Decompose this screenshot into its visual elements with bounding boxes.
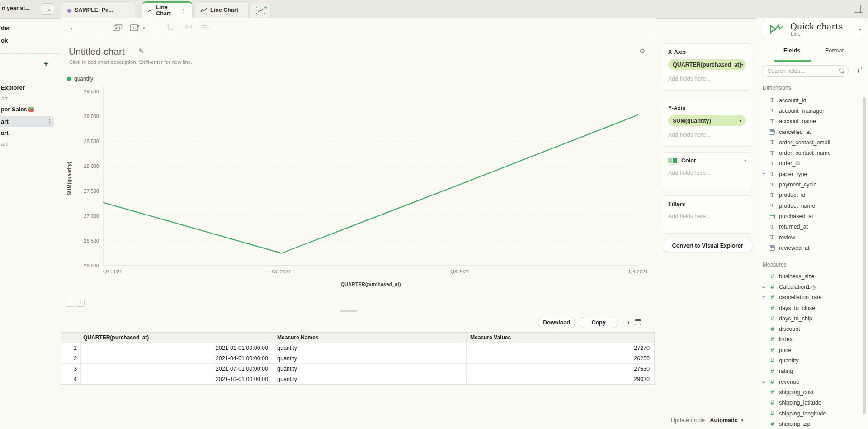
measure-field-row[interactable]: days_to_close [756,303,863,313]
measure-field-row[interactable]: index [756,334,863,345]
x-axis-card: X-Axis QUARTER(purchased_at) ▾ Add field… [662,43,752,91]
x-axis-dropzone[interactable]: Add fields here... [668,76,746,82]
measure-field-row[interactable]: Calculation1 [756,281,863,292]
sidebar-add-button[interactable]: + [43,59,48,69]
table-body: 1 2021-01-01 00:00:00 quantity 27270 2 2… [61,343,654,384]
chart-description-placeholder[interactable]: Click to add chart description. Shift-en… [69,59,192,65]
dimension-field-row[interactable]: account_manager [756,105,863,116]
sidebar-item-clipped[interactable]: art [1,140,8,147]
field-name: payment_cycle [779,181,816,188]
measure-field-row[interactable]: shipping_cost [756,387,863,397]
table-row[interactable]: 2 2021-04-01 00:00:00 quantity 26250 [61,353,654,363]
dimension-field-row[interactable]: order_id [756,158,863,169]
dimension-field-row[interactable]: paper_type [756,169,863,179]
chart-settings-gear-icon[interactable]: ⚙ [639,47,645,55]
redo-forward-icon[interactable]: → [86,23,94,32]
sidebar-item-explorer[interactable]: Explorer [1,84,25,91]
dimension-field-row[interactable]: account_name [756,116,863,127]
dimension-field-row[interactable]: cancelled_at [756,127,863,137]
sidebar-item-clipped[interactable]: ok [1,37,8,44]
sidebar-item-clipped[interactable]: art [1,129,9,136]
column-header[interactable]: Measure Values [467,333,653,343]
panel-resize-handle[interactable] [340,310,357,312]
sidebar-item-clipped[interactable]: art [1,95,8,102]
tab-dataset[interactable]: ◈ SAMPLE: Pa... [61,1,135,18]
measure-field-row[interactable]: discount [756,324,863,334]
field-type-icon [769,273,775,280]
y-axis-field-pill[interactable]: SUM(quantity) ▾ [668,115,746,126]
measure-field-row[interactable]: shipping_zip [756,419,863,429]
dimension-field-row[interactable]: account_id [756,95,863,105]
table-row[interactable]: 1 2021-01-01 00:00:00 quantity 27270 [61,343,654,353]
field-name: account_manager [779,108,824,114]
fields-panel: Quick charts Line ▾ Fields Format ƒ+ Dim… [756,18,868,429]
undo-back-icon[interactable]: ← [69,23,77,32]
sidebar-item-paper-sales[interactable]: per Sales [1,106,34,113]
measure-field-row[interactable]: revenue [756,377,863,387]
sort-descending-icon[interactable] [202,24,209,30]
quick-charts-dropdown[interactable]: Quick charts Line ▾ [762,19,866,39]
dimension-field-row[interactable]: order_contact_name [756,148,863,158]
dimension-field-row[interactable]: product_name [756,200,863,211]
measure-field-row[interactable]: business_size [756,271,863,281]
tab-line-chart-active[interactable]: Line Chart ⋮ [142,1,193,18]
download-button[interactable]: Download [538,317,575,328]
zoom-in-button[interactable]: + [76,300,85,307]
chart-title[interactable]: Untitled chart [69,46,125,57]
update-mode-row: Update mode: Automatic ▾ [671,417,743,424]
copy-button[interactable]: Copy [580,317,618,328]
tab-fields[interactable]: Fields [783,47,801,54]
filters-dropzone[interactable]: Add fields here... [668,213,746,219]
dimension-field-row[interactable]: product_id [756,190,863,200]
tab-options-icon[interactable]: ⋮ [181,7,187,14]
x-axis-field-pill[interactable]: QUARTER(purchased_at) ▾ [668,59,746,70]
dimension-field-row[interactable]: purchased_at [756,211,863,221]
measure-field-row[interactable]: quantity [756,355,863,366]
measure-field-row[interactable]: shipping_latitude [756,398,863,408]
sidebar-collapse-button[interactable]: ‹ [41,3,54,15]
maximize-table-icon[interactable] [635,319,641,325]
update-mode-select[interactable]: Automatic [710,417,738,424]
column-header[interactable]: QUARTER(purchased_at) [81,333,272,343]
dimension-field-row[interactable]: payment_cycle [756,179,863,190]
edit-title-pencil-icon[interactable]: ✎ [138,47,144,55]
minimize-table-icon[interactable] [623,321,629,324]
dimension-field-row[interactable]: review [756,232,863,243]
measures-list: business_size Calculation1 cancellation_… [756,271,863,429]
y-axis-dropzone[interactable]: Add fields here... [668,132,746,138]
table-row[interactable]: 4 2021-10-01 00:00:00 quantity 29030 [61,374,654,384]
column-header[interactable]: Measure Names [272,333,467,343]
tab-format[interactable]: Format [825,47,844,54]
scrollbar-thumb[interactable] [863,97,866,414]
measure-field-row[interactable]: days_to_ship [756,313,863,324]
swap-axes-icon[interactable] [167,24,174,31]
field-name: review [779,234,795,241]
remove-chart-icon[interactable]: ▾ [130,24,145,32]
sidebar-item-selected[interactable]: art ⋮ [0,116,54,127]
measure-field-row[interactable]: cancellation_rate [756,292,863,303]
dimension-field-row[interactable]: returned_at [756,222,863,232]
sidebar-item-clipped[interactable]: der [1,24,10,31]
y-axis-title: Y-Axis [668,105,746,111]
item-options-icon[interactable]: ⋮ [47,118,52,125]
zoom-out-button[interactable]: − [66,300,74,307]
chart-toolbar: ← → ▾ [61,18,656,39]
color-dropzone[interactable]: Add fields here... [668,170,746,176]
duplicate-chart-icon[interactable] [113,24,123,32]
line-chart-icon [148,8,153,13]
tab-line-chart-2[interactable]: Line Chart [194,1,249,18]
dimension-field-row[interactable]: order_contact_email [756,137,863,148]
field-name: price [779,347,791,353]
collapse-caret-icon[interactable]: ▾ [744,158,746,163]
measure-field-row[interactable]: price [756,345,863,355]
new-chart-tab-button[interactable]: + [250,3,271,17]
panel-toggle-icon[interactable] [854,5,863,13]
sort-ascending-icon[interactable] [185,24,193,30]
convert-to-visual-explorer-button[interactable]: Convert to Visual Explorer [662,239,753,252]
dimension-field-row[interactable]: reviewed_at [756,243,863,253]
measure-field-row[interactable]: rating [756,366,863,377]
search-fields-input[interactable] [762,65,849,77]
add-calculation-fx-button[interactable]: ƒ+ [854,66,865,76]
table-row[interactable]: 3 2021-07-01 00:00:00 quantity 27630 [61,363,654,374]
measure-field-row[interactable]: shipping_longitude [756,408,863,419]
